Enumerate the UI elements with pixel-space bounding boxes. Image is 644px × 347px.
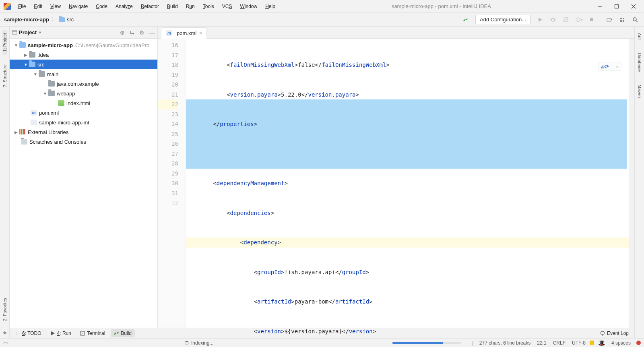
breadcrumb-src[interactable]: src (57, 17, 75, 23)
tree-index-html[interactable]: index.html (10, 98, 157, 108)
tool-build[interactable]: Build (111, 329, 135, 337)
project-tool-header: Project ▼ ⊕ ⇆ ⚙ — (10, 27, 157, 39)
close-icon[interactable]: ✕ (616, 64, 619, 69)
menu-code[interactable]: Code (92, 0, 111, 12)
build-project-button[interactable] (461, 15, 471, 25)
menu-navigate[interactable]: Navigate (65, 0, 92, 12)
status-line-separator[interactable]: CRLF (553, 340, 566, 346)
tree-root[interactable]: ▼ sample-micro-app C:\Users\jGauravGupta… (10, 40, 157, 50)
tree-src[interactable]: ▼src (10, 60, 157, 69)
svg-line-18 (636, 21, 638, 22)
project-tool-window: Project ▼ ⊕ ⇆ ⚙ — ▼ sample-micro-app C:\… (10, 27, 158, 347)
code-area[interactable]: 161718192021 22 23242526272829303132 <fa… (158, 39, 634, 347)
editor-gutter[interactable]: 161718192021 22 23242526272829303132 (158, 39, 186, 347)
search-everywhere-button[interactable] (630, 15, 640, 25)
window-minimize-button[interactable] (591, 0, 608, 12)
status-caret-position[interactable]: 22:1 (537, 340, 546, 346)
rail-structure[interactable]: 7: Structure (2, 61, 7, 91)
window-title: sample-micro-app - pom.xml - IntelliJ ID… (291, 3, 591, 9)
add-configuration-button[interactable]: Add Configuration... (475, 15, 530, 24)
ide-settings-button[interactable] (617, 15, 627, 25)
breadcrumb-root-label: sample-micro-app (4, 17, 49, 23)
folder-icon (48, 91, 55, 96)
status-bar: ▭ Indexing... ‖ 277 chars, 6 line breaks… (0, 338, 644, 347)
tree-iml[interactable]: sample-micro-app.iml (10, 118, 157, 127)
editor-right-gutter[interactable] (629, 39, 634, 347)
menu-window[interactable]: Window (236, 0, 261, 12)
stop-button[interactable] (587, 15, 597, 25)
tree-java-pkg[interactable]: java.com.example (10, 79, 157, 89)
menu-edit[interactable]: Edit (30, 0, 46, 12)
maven-icon: m (166, 30, 172, 36)
tool-run[interactable]: 4: Run (47, 329, 74, 337)
editor-tab-label: pom.xml (177, 30, 196, 36)
menu-build[interactable]: Build (163, 0, 182, 12)
window-maximize-button[interactable] (608, 0, 625, 12)
rail-database[interactable]: Database (637, 50, 642, 75)
update-project-button[interactable] (605, 15, 614, 25)
profile-button[interactable]: ▾ (574, 15, 584, 25)
svg-rect-12 (607, 19, 611, 22)
menu-run[interactable]: Run (182, 0, 199, 12)
svg-rect-19 (12, 31, 17, 34)
tree-idea[interactable]: ▶.idea (10, 50, 157, 60)
tree-scratches[interactable]: Scratches and Consoles (10, 137, 157, 147)
hide-tool-button[interactable]: — (149, 29, 155, 36)
tool-settings-button[interactable]: ⚙ (139, 29, 144, 36)
tool-todo[interactable]: ≔6: TODO (12, 329, 45, 337)
project-tree[interactable]: ▼ sample-micro-app C:\Users\jGauravGupta… (10, 39, 157, 347)
close-tab-button[interactable]: ✕ (199, 31, 202, 36)
tree-external-libraries[interactable]: ▶External Libraries (10, 127, 157, 137)
maven-icon: m (31, 110, 37, 116)
spinner-icon (185, 341, 189, 345)
status-task[interactable]: Indexing... (185, 340, 213, 346)
expand-all-button[interactable]: ⇆ (130, 29, 134, 36)
menu-tools[interactable]: Tools (199, 0, 218, 12)
menu-view[interactable]: View (46, 0, 65, 12)
chevron-down-icon: ▼ (38, 31, 42, 35)
status-encoding[interactable]: UTF-8 (572, 340, 586, 346)
menu-vcs[interactable]: VCS (218, 0, 236, 12)
folder-icon (48, 81, 55, 87)
inspections-icon[interactable]: 🎩 (598, 340, 605, 346)
svg-rect-16 (623, 20, 624, 22)
breadcrumb-src-label: src (67, 17, 74, 23)
select-opened-file-button[interactable]: ⊕ (120, 29, 125, 36)
svg-rect-1 (615, 4, 619, 8)
tree-main[interactable]: ▼main (10, 69, 157, 79)
scratches-icon (21, 139, 27, 145)
menu-help[interactable]: Help (261, 0, 279, 12)
code-body[interactable]: <failOnMissingWebXml>false</failOnMissin… (186, 39, 629, 347)
rail-maven[interactable]: Maven (637, 81, 642, 101)
rail-ant[interactable]: Ant (637, 30, 642, 43)
rail-project[interactable]: 1: Project (2, 30, 7, 55)
tree-pom[interactable]: mpom.xml (10, 108, 157, 118)
debug-button[interactable] (548, 15, 558, 25)
status-indent[interactable]: 4 spaces (611, 340, 631, 346)
svg-rect-15 (620, 20, 622, 22)
menu-file[interactable]: File (14, 0, 30, 12)
maven-reimport-badge[interactable]: m⟳✕ (598, 62, 621, 71)
menubar: File Edit View Navigate Code Analyze Ref… (0, 0, 644, 13)
module-icon (19, 42, 26, 48)
svg-rect-14 (623, 18, 624, 19)
progress-bar[interactable] (392, 342, 461, 344)
menu-analyze[interactable]: Analyze (111, 0, 137, 12)
star-icon: ★ (2, 330, 7, 336)
ide-status-icon[interactable]: ▭ (3, 340, 8, 346)
project-view-icon (12, 30, 17, 35)
tool-terminal[interactable]: >Terminal (77, 329, 108, 337)
right-tool-rail: Ant Database Maven (634, 27, 644, 338)
project-tool-title[interactable]: Project ▼ (12, 29, 42, 35)
menu-refactor[interactable]: Refactor (137, 0, 163, 12)
run-button[interactable] (535, 15, 545, 25)
editor: m pom.xml ✕ 161718192021 22 232425262728… (158, 27, 634, 347)
tree-webapp[interactable]: ▼webapp (10, 89, 157, 98)
editor-tab-pom[interactable]: m pom.xml ✕ (161, 27, 207, 39)
coverage-button[interactable] (561, 15, 571, 25)
window-close-button[interactable] (625, 0, 642, 12)
rail-favorites[interactable]: 2: Favorites (2, 295, 7, 324)
warning-icon[interactable] (590, 341, 594, 345)
error-indicator-icon[interactable] (636, 341, 641, 345)
breadcrumb-root[interactable]: sample-micro-app (2, 17, 51, 23)
